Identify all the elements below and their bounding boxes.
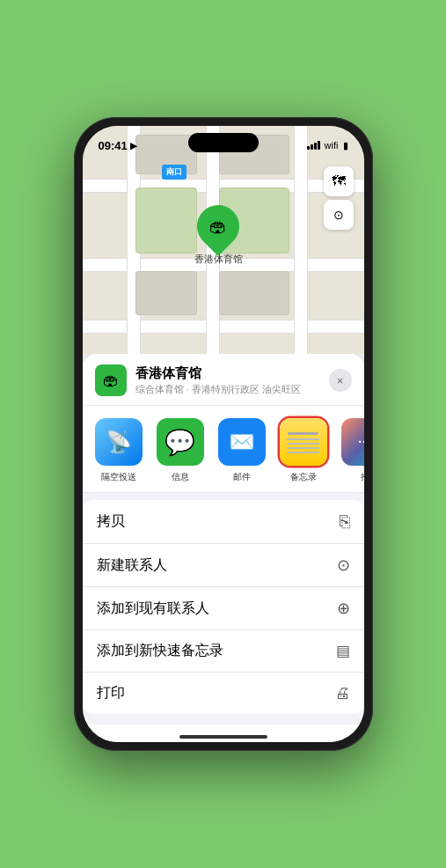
share-item-airdrop[interactable]: 📡 隔空投送	[91, 418, 146, 483]
wifi-icon: wifi	[325, 140, 339, 151]
building-block	[135, 271, 197, 315]
venue-thumbnail: 🏟	[95, 364, 127, 396]
pin-circle: 🏟	[188, 196, 248, 256]
messages-icon: 💬	[157, 418, 204, 466]
phone-frame: 09:41 ▶ wifi ▮	[74, 117, 373, 751]
action-new-contact[interactable]: 新建联系人 ⊙	[83, 544, 364, 587]
location-button[interactable]: ⊙	[324, 200, 354, 230]
more-label: 推	[361, 471, 364, 483]
share-item-mail[interactable]: ✉️ 邮件	[215, 418, 269, 483]
notes-label: 备忘录	[290, 471, 317, 483]
notes-icon	[280, 418, 327, 466]
copy-icon: ⎘	[340, 511, 350, 532]
map-area: 南口 🏟 香港体育馆 🗺 ⊙	[83, 126, 364, 354]
phone-screen: 09:41 ▶ wifi ▮	[83, 126, 364, 742]
status-time: 09:41	[99, 139, 128, 152]
venue-header: 🏟 香港体育馆 综合体育馆 · 香港特别行政区 油尖旺区 ×	[83, 354, 364, 406]
exit-label: 南口	[162, 165, 186, 180]
action-copy[interactable]: 拷贝 ⎘	[83, 500, 364, 544]
action-add-existing-contact[interactable]: 添加到现有联系人 ⊕	[83, 587, 364, 630]
messages-label: 信息	[172, 471, 189, 483]
road	[83, 320, 364, 334]
airdrop-label: 隔空投送	[101, 471, 136, 483]
share-item-messages[interactable]: 💬 信息	[153, 418, 208, 483]
action-add-existing-label: 添加到现有联系人	[97, 600, 209, 618]
green-area	[135, 188, 197, 254]
action-add-quick-note[interactable]: 添加到新快速备忘录 ▤	[83, 630, 364, 673]
action-print[interactable]: 打印 🖨	[83, 673, 364, 714]
location-icon: ▶	[130, 141, 137, 151]
share-sheet: 🏟 香港体育馆 综合体育馆 · 香港特别行政区 油尖旺区 × 📡 隔空投送	[83, 354, 364, 725]
venue-name: 香港体育馆	[135, 365, 320, 382]
venue-icon: 🏟	[209, 217, 227, 237]
add-contact-icon: ⊕	[337, 599, 350, 618]
road	[294, 126, 308, 354]
new-contact-icon: ⊙	[337, 555, 350, 575]
dynamic-island	[188, 133, 259, 152]
action-print-label: 打印	[97, 684, 125, 702]
print-icon: 🖨	[335, 685, 350, 702]
home-bar	[179, 735, 267, 739]
action-new-contact-label: 新建联系人	[97, 556, 167, 575]
share-item-notes[interactable]: 备忘录	[276, 418, 331, 483]
airdrop-icon: 📡	[95, 418, 143, 466]
location-pin: 🏟 香港体育馆	[194, 205, 243, 266]
close-button[interactable]: ×	[329, 369, 352, 392]
home-indicator	[83, 725, 364, 742]
building-block	[219, 271, 289, 315]
status-icons: wifi ▮	[307, 140, 348, 151]
battery-icon: ▮	[343, 140, 348, 151]
quick-note-icon: ▤	[336, 642, 350, 660]
share-item-more[interactable]: ··· 推	[338, 418, 364, 483]
venue-info: 香港体育馆 综合体育馆 · 香港特别行政区 油尖旺区	[135, 365, 320, 396]
action-list: 拷贝 ⎘ 新建联系人 ⊙ 添加到现有联系人 ⊕ 添加到新快速备忘录 ▤	[83, 500, 364, 714]
mail-icon: ✉️	[218, 418, 266, 466]
mail-label: 邮件	[233, 471, 251, 483]
map-type-button[interactable]: 🗺	[324, 166, 354, 196]
venue-description: 综合体育馆 · 香港特别行政区 油尖旺区	[135, 383, 320, 396]
action-copy-label: 拷贝	[97, 512, 125, 531]
more-icon: ···	[341, 418, 364, 466]
map-controls: 🗺 ⊙	[324, 166, 354, 230]
signal-bars	[307, 141, 320, 150]
share-apps-row: 📡 隔空投送 💬 信息 ✉️ 邮件	[83, 406, 364, 493]
action-add-quick-note-label: 添加到新快速备忘录	[97, 642, 223, 660]
